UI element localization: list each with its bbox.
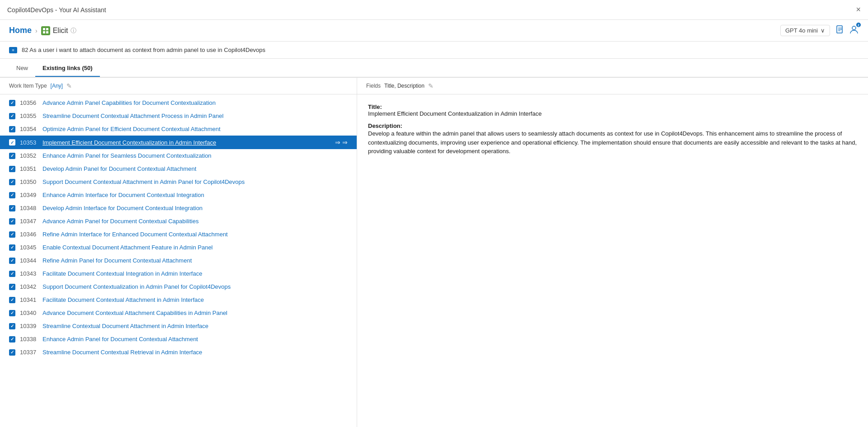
work-item-10342[interactable]: 10342Support Document Contextualization … [0, 280, 357, 293]
checkbox-10351[interactable] [9, 166, 15, 172]
item-id-10350: 10350 [20, 178, 38, 185]
item-id-10345: 10345 [20, 244, 38, 251]
checkbox-10339[interactable] [9, 323, 15, 329]
work-item-10353[interactable]: 10353Implement Efficient Document Contex… [0, 136, 357, 149]
work-items-list[interactable]: 10356Advance Admin Panel Capabilities fo… [0, 94, 357, 427]
user-icon[interactable]: 2 [849, 24, 859, 37]
item-title-10343[interactable]: Facilitate Document Contextual Integrati… [42, 270, 348, 277]
work-item-10343[interactable]: 10343Facilitate Document Contextual Inte… [0, 267, 357, 280]
item-title-10338[interactable]: Enhance Admin Panel for Document Context… [42, 336, 348, 343]
work-item-10347[interactable]: 10347Advance Admin Panel for Document Co… [0, 215, 357, 228]
work-item-10345[interactable]: 10345Enable Contextual Document Attachme… [0, 241, 357, 254]
nav-icons: 2 [835, 24, 859, 37]
breadcrumb-chevron: › [35, 27, 38, 34]
item-title-10341[interactable]: Facilitate Document Contextual Attachmen… [42, 296, 348, 303]
item-id-10338: 10338 [20, 336, 38, 343]
work-item-10344[interactable]: 10344Refine Admin Panel for Document Con… [0, 254, 357, 267]
checkbox-10340[interactable] [9, 310, 15, 316]
work-item-10352[interactable]: 10352Enhance Admin Panel for Seamless Do… [0, 149, 357, 162]
filter-value[interactable]: [Any] [51, 83, 63, 89]
tab-new[interactable]: New [9, 60, 35, 77]
work-item-10355[interactable]: 10355Streamline Document Contextual Atta… [0, 109, 357, 122]
detail-desc-row: Description: Develop a feature within th… [368, 122, 857, 156]
document-icon[interactable] [835, 25, 844, 36]
tabs-bar: New Existing links (50) [0, 59, 868, 78]
work-item-10346[interactable]: 10346Refine Admin Interface for Enhanced… [0, 228, 357, 241]
fields-edit-icon[interactable]: ✎ [428, 82, 434, 89]
filter-edit-icon[interactable]: ✎ [66, 82, 72, 89]
item-title-10354[interactable]: Optimize Admin Panel for Efficient Docum… [42, 126, 348, 132]
item-title-10337[interactable]: Streamline Document Contextual Retrieval… [42, 349, 348, 356]
item-title-10350[interactable]: Support Document Contextual Attachment i… [42, 178, 348, 185]
item-title-10344[interactable]: Refine Admin Panel for Document Contextu… [42, 257, 348, 264]
arrow-icon-10353[interactable]: ⇒ [342, 139, 348, 146]
checkbox-10342[interactable] [9, 284, 15, 290]
main-content: Work Item Type [Any] ✎ 10356Advance Admi… [0, 78, 868, 427]
checkbox-10346[interactable] [9, 231, 15, 238]
checkbox-10353[interactable] [9, 139, 15, 145]
checkbox-10355[interactable] [9, 113, 15, 119]
item-title-10355[interactable]: Streamline Document Contextual Attachmen… [42, 113, 348, 119]
right-panel: Fields Title, Description ✎ Title: Imple… [357, 78, 868, 427]
work-item-10354[interactable]: 10354Optimize Admin Panel for Efficient … [0, 122, 357, 136]
checkbox-10341[interactable] [9, 297, 15, 303]
checkbox-10348[interactable] [9, 205, 15, 211]
checkbox-10347[interactable] [9, 218, 15, 225]
item-id-10352: 10352 [20, 152, 38, 159]
chevron-down-icon: ∨ [821, 27, 825, 34]
item-title-10351[interactable]: Develop Admin Panel for Document Context… [42, 165, 348, 172]
item-title-10342[interactable]: Support Document Contextualization in Ad… [42, 283, 348, 290]
work-item-10338[interactable]: 10338Enhance Admin Panel for Document Co… [0, 333, 357, 346]
item-title-10346[interactable]: Refine Admin Interface for Enhanced Docu… [42, 231, 348, 238]
checkbox-10345[interactable] [9, 244, 15, 251]
svg-rect-1 [46, 28, 48, 30]
info-icon[interactable]: ⓘ [71, 27, 76, 35]
checkbox-10354[interactable] [9, 126, 15, 132]
fields-values: Title, Description [384, 83, 425, 89]
context-icon: ≡ [9, 47, 17, 53]
item-id-10346: 10346 [20, 231, 38, 238]
checkbox-10356[interactable] [9, 100, 15, 106]
checkbox-10344[interactable] [9, 258, 15, 264]
item-id-10353: 10353 [20, 139, 38, 146]
fields-label: Fields [366, 83, 381, 89]
filter-label: Work Item Type [9, 83, 47, 89]
item-title-10347[interactable]: Advance Admin Panel for Document Context… [42, 218, 348, 225]
item-title-10356[interactable]: Advance Admin Panel Capabilities for Doc… [42, 99, 348, 106]
work-item-10339[interactable]: 10339Streamline Contextual Document Atta… [0, 319, 357, 333]
item-title-10352[interactable]: Enhance Admin Panel for Seamless Documen… [42, 152, 348, 159]
checkbox-10350[interactable] [9, 179, 15, 185]
work-item-10337[interactable]: 10337Streamline Document Contextual Retr… [0, 346, 357, 359]
item-title-10353[interactable]: Implement Efficient Document Contextuali… [42, 139, 330, 146]
work-item-10350[interactable]: 10350Support Document Contextual Attachm… [0, 175, 357, 188]
work-item-10356[interactable]: 10356Advance Admin Panel Capabilities fo… [0, 96, 357, 109]
item-title-10340[interactable]: Advance Document Contextual Attachment C… [42, 310, 348, 316]
svg-rect-3 [46, 31, 48, 33]
item-title-10348[interactable]: Develop Admin Interface for Document Con… [42, 205, 348, 211]
item-title-10345[interactable]: Enable Contextual Document Attachment Fe… [42, 244, 348, 251]
item-title-10339[interactable]: Streamline Contextual Document Attachmen… [42, 323, 348, 329]
work-item-10340[interactable]: 10340Advance Document Contextual Attachm… [0, 306, 357, 319]
elicit-label: Elicit [53, 27, 68, 35]
item-id-10344: 10344 [20, 257, 38, 264]
svg-point-8 [852, 26, 856, 30]
work-item-10341[interactable]: 10341Facilitate Document Contextual Atta… [0, 293, 357, 306]
item-id-10342: 10342 [20, 283, 38, 290]
checkbox-10349[interactable] [9, 192, 15, 198]
close-button[interactable]: × [856, 5, 861, 14]
link-icon-10353[interactable]: ⇒ [335, 139, 340, 146]
title-bar: Copilot4DevOps - Your AI Assistant × [0, 0, 868, 20]
home-link[interactable]: Home [9, 26, 32, 35]
work-item-10348[interactable]: 10348Develop Admin Interface for Documen… [0, 202, 357, 215]
checkbox-10352[interactable] [9, 153, 15, 159]
work-item-10349[interactable]: 10349Enhance Admin Interface for Documen… [0, 188, 357, 202]
item-title-10349[interactable]: Enhance Admin Interface for Document Con… [42, 192, 348, 198]
checkbox-10343[interactable] [9, 271, 15, 277]
work-item-10351[interactable]: 10351Develop Admin Panel for Document Co… [0, 162, 357, 175]
nav-right: GPT 4o mini ∨ 2 [780, 24, 859, 37]
checkbox-10337[interactable] [9, 349, 15, 356]
app-title: Copilot4DevOps - Your AI Assistant [7, 6, 106, 14]
tab-existing[interactable]: Existing links (50) [35, 60, 100, 77]
checkbox-10338[interactable] [9, 336, 15, 343]
gpt-selector[interactable]: GPT 4o mini ∨ [780, 25, 830, 36]
